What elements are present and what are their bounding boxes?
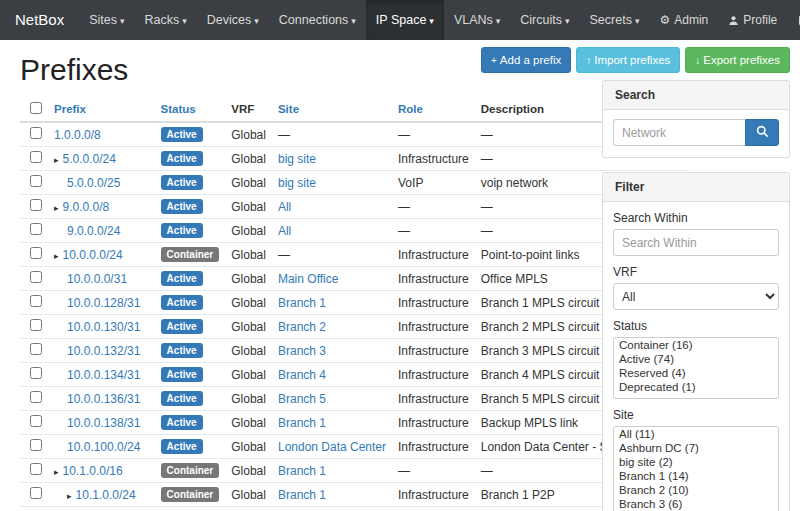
row-checkbox[interactable] (30, 391, 42, 403)
nav-item-vlans[interactable]: VLANs▾ (444, 0, 510, 40)
site-link[interactable]: Branch 1 (278, 296, 326, 310)
import-prefixes-button[interactable]: ↑Import prefixes (576, 47, 680, 73)
status-badge: Active (161, 343, 203, 358)
row-checkbox[interactable] (30, 415, 42, 427)
expand-caret-icon[interactable]: ▸ (54, 155, 59, 165)
prefix-cell: 10.0.0.134/31 (48, 363, 155, 387)
nav-item-circuits[interactable]: Circuits▾ (510, 0, 579, 40)
site-link[interactable]: Branch 3 (278, 344, 326, 358)
filter-option[interactable]: Deprecated (1) (614, 380, 778, 394)
prefix-link[interactable]: 10.0.100.0/24 (67, 440, 140, 454)
filter-option[interactable]: Reserved (4) (614, 366, 778, 380)
prefix-link[interactable]: 10.0.0.128/31 (67, 296, 140, 310)
expand-caret-icon[interactable]: ▸ (54, 467, 59, 477)
search-input[interactable] (613, 119, 745, 146)
filter-option[interactable]: Active (74) (614, 352, 778, 366)
role-cell: Infrastructure (392, 483, 475, 507)
row-checkbox[interactable] (30, 151, 42, 163)
row-checkbox[interactable] (30, 367, 42, 379)
nav-item-profile[interactable]: Profile (718, 0, 787, 40)
add-a-prefix-button[interactable]: +Add a prefix (481, 47, 571, 73)
chevron-down-icon: ▾ (351, 16, 356, 26)
row-checkbox[interactable] (30, 439, 42, 451)
status-filter-list[interactable]: Container (16)Active (74)Reserved (4)Dep… (613, 337, 779, 399)
site-filter-list[interactable]: All (11)Ashburn DC (7)big site (2)Branch… (613, 426, 779, 511)
prefix-link[interactable]: 10.1.0.0/16 (63, 464, 123, 478)
row-checkbox[interactable] (30, 199, 42, 211)
expand-caret-icon[interactable]: ▸ (54, 203, 59, 213)
prefix-link[interactable]: 10.0.0.0/24 (63, 248, 123, 262)
site-link[interactable]: London Data Center (278, 440, 386, 454)
vrf-cell: Global (225, 243, 272, 267)
prefix-link[interactable]: 9.0.0.0/24 (67, 224, 120, 238)
prefix-link[interactable]: 9.0.0.0/8 (63, 200, 110, 214)
nav-item-admin[interactable]: ⚙Admin (649, 0, 718, 40)
sort-link[interactable]: Status (161, 103, 196, 115)
select-all-checkbox[interactable] (30, 102, 42, 114)
filter-option[interactable]: Branch 2 (10) (614, 483, 778, 497)
expand-caret-icon[interactable]: ▸ (54, 251, 59, 261)
vrf-cell: Global (225, 387, 272, 411)
row-checkbox[interactable] (30, 127, 42, 139)
site-link[interactable]: All (278, 200, 291, 214)
search-panel: Search (602, 80, 790, 158)
site-link[interactable]: Branch 1 (278, 488, 326, 502)
table-row: 10.0.0.132/31ActiveGlobalBranch 3Infrast… (20, 339, 688, 363)
site-link[interactable]: Main Office (278, 272, 338, 286)
prefix-link[interactable]: 10.0.0.136/31 (67, 392, 140, 406)
prefix-link[interactable]: 10.0.0.134/31 (67, 368, 140, 382)
vrf-select[interactable]: All (613, 283, 779, 310)
nav-item-sites[interactable]: Sites▾ (79, 0, 134, 40)
sort-link[interactable]: Role (398, 103, 423, 115)
site-link[interactable]: Branch 4 (278, 368, 326, 382)
site-link[interactable]: Branch 5 (278, 392, 326, 406)
nav-item-connections[interactable]: Connections▾ (269, 0, 366, 40)
sort-link[interactable]: Site (278, 103, 299, 115)
nav-item-ip-space[interactable]: IP Space▾ (366, 0, 444, 40)
site-link[interactable]: Branch 1 (278, 464, 326, 478)
filter-option[interactable]: Ashburn DC (7) (614, 441, 778, 455)
row-checkbox[interactable] (30, 463, 42, 475)
brand-logo[interactable]: NetBox (0, 0, 79, 40)
nav-item-label: Circuits (520, 13, 562, 27)
nav-item-secrets[interactable]: Secrets▾ (580, 0, 650, 40)
prefix-link[interactable]: 10.0.0.138/31 (67, 416, 140, 430)
row-checkbox[interactable] (30, 343, 42, 355)
filter-option[interactable]: All (11) (614, 427, 778, 441)
site-link[interactable]: big site (278, 152, 316, 166)
prefix-link[interactable]: 10.1.0.0/24 (76, 488, 136, 502)
filter-option[interactable]: Branch 3 (6) (614, 497, 778, 511)
sort-link[interactable]: Prefix (54, 103, 86, 115)
prefix-link[interactable]: 1.0.0.0/8 (54, 128, 101, 142)
prefix-link[interactable]: 5.0.0.0/24 (63, 152, 116, 166)
site-cell: big site (272, 147, 392, 171)
site-link[interactable]: All (278, 224, 291, 238)
nav-item-racks[interactable]: Racks▾ (135, 0, 197, 40)
filter-option[interactable]: Branch 1 (14) (614, 469, 778, 483)
nav-item-devices[interactable]: Devices▾ (197, 0, 269, 40)
site-link[interactable]: Branch 2 (278, 320, 326, 334)
row-checkbox[interactable] (30, 487, 42, 499)
row-checkbox[interactable] (30, 295, 42, 307)
prefix-link[interactable]: 5.0.0.0/25 (67, 176, 120, 190)
filter-option[interactable]: Container (16) (614, 338, 778, 352)
prefix-link[interactable]: 10.0.0.130/31 (67, 320, 140, 334)
nav-item-label: Admin (674, 0, 708, 40)
site-cell: Branch 4 (272, 363, 392, 387)
expand-caret-icon[interactable]: ▸ (67, 491, 72, 501)
nav-item-log-out[interactable]: Log out (787, 0, 800, 40)
prefix-link[interactable]: 10.0.0.0/31 (67, 272, 127, 286)
row-checkbox[interactable] (30, 247, 42, 259)
row-checkbox[interactable] (30, 223, 42, 235)
filter-option[interactable]: big site (2) (614, 455, 778, 469)
site-link[interactable]: Branch 1 (278, 416, 326, 430)
site-link[interactable]: big site (278, 176, 316, 190)
table-row: ▸5.0.0.0/24ActiveGlobalbig siteInfrastru… (20, 147, 688, 171)
row-checkbox[interactable] (30, 319, 42, 331)
row-checkbox[interactable] (30, 175, 42, 187)
export-prefixes-button[interactable]: ↓Export prefixes (685, 47, 790, 73)
prefix-link[interactable]: 10.0.0.132/31 (67, 344, 140, 358)
row-checkbox[interactable] (30, 271, 42, 283)
search-within-input[interactable] (613, 229, 779, 256)
search-button[interactable] (745, 119, 779, 146)
